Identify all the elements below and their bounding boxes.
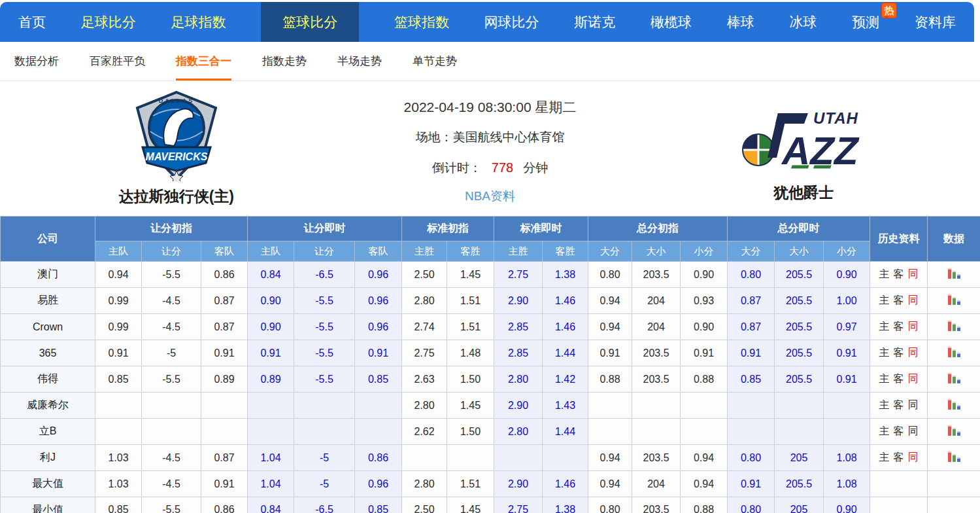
data-cell	[928, 314, 980, 340]
history-link-客[interactable]: 客	[894, 294, 904, 306]
odds-cell	[728, 393, 775, 419]
history-link-同[interactable]: 同	[908, 321, 919, 332]
odds-cell: 0.91	[728, 340, 775, 366]
history-link-主[interactable]: 主	[879, 268, 890, 279]
odds-cell	[681, 419, 728, 445]
history-link-客[interactable]: 客	[894, 451, 904, 463]
sub-header: 主队	[248, 241, 294, 262]
table-row: 威廉希尔2.801.452.901.43主客同	[1, 393, 980, 419]
table-row: 利J1.03-4.50.871.04-50.860.94203.50.940.8…	[1, 445, 980, 471]
history-link-客[interactable]: 客	[894, 399, 904, 410]
data-cell	[928, 262, 980, 288]
nav-item-1[interactable]: 首页	[18, 2, 46, 42]
history-link-主[interactable]: 主	[879, 451, 890, 463]
history-link-客[interactable]: 客	[894, 321, 904, 332]
odds-cell: 0.91	[201, 471, 248, 497]
subnav-item-5[interactable]: 半场走势	[337, 42, 382, 80]
bar-green	[953, 428, 956, 436]
data-cell	[928, 340, 980, 366]
bar-chart-icon[interactable]	[948, 268, 960, 279]
home-logo-banner-text: MAVERICKS	[145, 151, 207, 162]
nav-item-12[interactable]: 资料库	[915, 2, 956, 42]
nav-item-2[interactable]: 足球比分	[81, 2, 136, 42]
bar-chart-icon[interactable]	[948, 294, 960, 305]
odds-cell: 0.90	[824, 497, 870, 513]
history-link-主[interactable]: 主	[879, 425, 890, 436]
history-link-客[interactable]: 客	[894, 373, 904, 384]
bar-chart-icon[interactable]	[948, 425, 960, 436]
nav-item-label: 网球比分	[484, 13, 539, 31]
nav-item-8[interactable]: 橄榄球	[651, 2, 692, 42]
odds-cell: 0.86	[355, 445, 402, 471]
bar-chart-icon[interactable]	[948, 372, 960, 383]
history-link-同[interactable]: 同	[908, 373, 919, 384]
odds-cell: 0.96	[355, 314, 402, 340]
odds-cell	[824, 419, 870, 445]
odds-cell	[248, 419, 294, 445]
history-link-同[interactable]: 同	[908, 347, 919, 358]
odds-cell: 0.84	[248, 262, 294, 288]
subnav-item-6[interactable]: 单节走势	[413, 42, 457, 80]
odds-cell: 0.94	[588, 314, 632, 340]
history-link-主[interactable]: 主	[879, 399, 890, 410]
history-link-客[interactable]: 客	[894, 268, 904, 279]
nav-item-10[interactable]: 冰球	[789, 2, 817, 42]
history-link-同[interactable]: 同	[908, 425, 919, 436]
nav-item-9[interactable]: 棒球	[727, 2, 754, 42]
home-team-name: 达拉斯独行侠(主)	[119, 186, 234, 207]
bar-chart-icon[interactable]	[948, 320, 960, 331]
history-cell: 主客同	[870, 445, 928, 471]
away-logo-utah-text: UTAH	[813, 109, 858, 127]
history-link-同[interactable]: 同	[908, 451, 919, 463]
data-header: 数据	[928, 217, 980, 262]
odds-cell: 204	[632, 471, 681, 497]
odds-cell: 2.90	[494, 393, 543, 419]
history-cell: 主客同	[870, 366, 928, 393]
nav-item-4[interactable]: 篮球比分	[261, 2, 359, 42]
bar-blue	[957, 353, 960, 357]
odds-cell: 1.50	[447, 366, 494, 393]
odds-cell: 1.38	[543, 497, 588, 513]
bar-blue	[957, 405, 960, 410]
odds-cell	[728, 419, 775, 445]
history-link-主[interactable]: 主	[879, 294, 890, 306]
subnav-item-4[interactable]: 指数走势	[262, 42, 307, 80]
history-link-主[interactable]: 主	[879, 321, 890, 332]
odds-cell: 1.45	[447, 497, 494, 513]
bar-chart-icon[interactable]	[948, 451, 960, 462]
history-link-同[interactable]: 同	[908, 399, 919, 410]
odds-cell	[355, 393, 402, 419]
sub-header: 主胜	[402, 241, 447, 262]
bar-chart-icon[interactable]	[948, 398, 960, 410]
subnav-item-3[interactable]: 指数三合一	[176, 42, 231, 80]
odds-cell: 204	[632, 288, 681, 314]
bar-chart-icon[interactable]	[948, 346, 960, 357]
odds-cell	[294, 393, 355, 419]
nav-item-label: 足球指数	[171, 13, 226, 31]
odds-cell: 0.87	[201, 288, 248, 314]
subnav-item-label: 百家胜平负	[90, 54, 145, 69]
nba-data-link[interactable]: NBA资料	[465, 188, 515, 205]
odds-cell	[632, 393, 681, 419]
away-team: UTAH AZZ 犹他爵士	[627, 90, 980, 207]
history-link-同[interactable]: 同	[908, 294, 919, 306]
odds-cell: -5.5	[294, 288, 355, 314]
odds-cell	[142, 393, 201, 419]
bar-blue	[957, 379, 960, 383]
nav-item-5[interactable]: 篮球指数	[394, 2, 449, 42]
odds-cell: -5.5	[294, 314, 355, 340]
nav-item-6[interactable]: 网球比分	[484, 2, 539, 42]
history-link-客[interactable]: 客	[894, 347, 904, 358]
nav-item-11[interactable]: 预测热	[852, 2, 879, 42]
history-link-主[interactable]: 主	[879, 373, 890, 384]
group-header-2: 让分即时	[248, 217, 402, 241]
history-link-同[interactable]: 同	[908, 268, 919, 279]
nav-item-label: 足球比分	[81, 13, 136, 31]
history-link-客[interactable]: 客	[894, 425, 904, 436]
nav-item-7[interactable]: 斯诺克	[574, 2, 615, 42]
odds-cell	[775, 419, 824, 445]
history-link-主[interactable]: 主	[879, 347, 890, 358]
nav-item-3[interactable]: 足球指数	[171, 2, 226, 42]
subnav-item-1[interactable]: 数据分析	[14, 42, 59, 80]
subnav-item-2[interactable]: 百家胜平负	[90, 42, 145, 80]
